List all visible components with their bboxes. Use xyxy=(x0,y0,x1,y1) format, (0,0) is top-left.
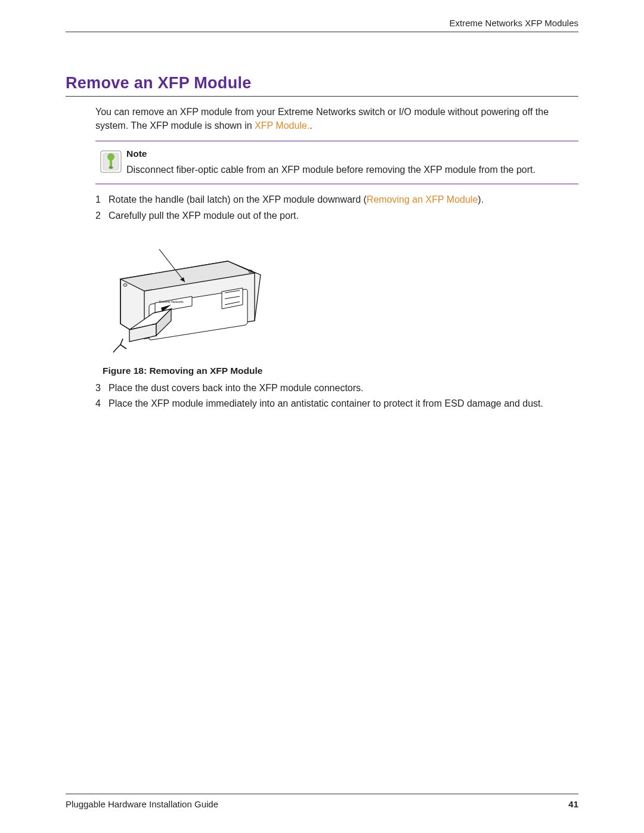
note-content: Note Disconnect fiber-optic cable from a… xyxy=(126,147,535,176)
steps-list-a: Rotate the handle (bail latch) on the XF… xyxy=(95,193,578,224)
footer-doc-title: Pluggable Hardware Installation Guide xyxy=(66,799,218,809)
step-text-after: ). xyxy=(478,194,484,205)
section-title: Remove an XFP Module xyxy=(66,74,578,97)
page: Extreme Networks XFP Modules Remove an X… xyxy=(0,0,644,833)
removing-xfp-link[interactable]: Removing an XFP Module xyxy=(367,194,478,205)
figure-image: Extreme Networks xyxy=(103,234,578,356)
running-header: Extreme Networks XFP Modules xyxy=(66,18,578,32)
note-title: Note xyxy=(126,147,535,160)
footer-page-number: 41 xyxy=(568,799,578,809)
step-item: Carefully pull the XFP module out of the… xyxy=(95,209,578,224)
page-footer: Pluggable Hardware Installation Guide 41 xyxy=(66,794,578,809)
step-text: Place the XFP module immediately into an… xyxy=(109,398,543,408)
intro-text-after: . xyxy=(309,120,312,131)
svg-point-3 xyxy=(109,166,113,169)
step-text: Place the dust covers back into the XFP … xyxy=(109,383,364,393)
intro-text: You can remove an XFP module from your E… xyxy=(95,107,549,131)
step-text: Rotate the handle (bail latch) on the XF… xyxy=(109,194,367,205)
figure-caption: Figure 18: Removing an XFP Module xyxy=(103,366,578,376)
step-item: Place the dust covers back into the XFP … xyxy=(95,381,578,396)
step-item: Rotate the handle (bail latch) on the XF… xyxy=(95,193,578,208)
xfp-module-link[interactable]: XFP Module. xyxy=(255,120,309,131)
step-text: Carefully pull the XFP module out of the… xyxy=(109,210,299,221)
note-icon xyxy=(95,147,126,176)
note-block: Note Disconnect fiber-optic cable from a… xyxy=(95,141,578,184)
svg-text:Extreme Networks: Extreme Networks xyxy=(159,300,184,304)
step-item: Place the XFP module immediately into an… xyxy=(95,397,578,411)
intro-paragraph: You can remove an XFP module from your E… xyxy=(95,105,578,132)
steps-list-b: Place the dust covers back into the XFP … xyxy=(95,381,578,412)
note-body: Disconnect fiber-optic cable from an XFP… xyxy=(126,163,535,176)
